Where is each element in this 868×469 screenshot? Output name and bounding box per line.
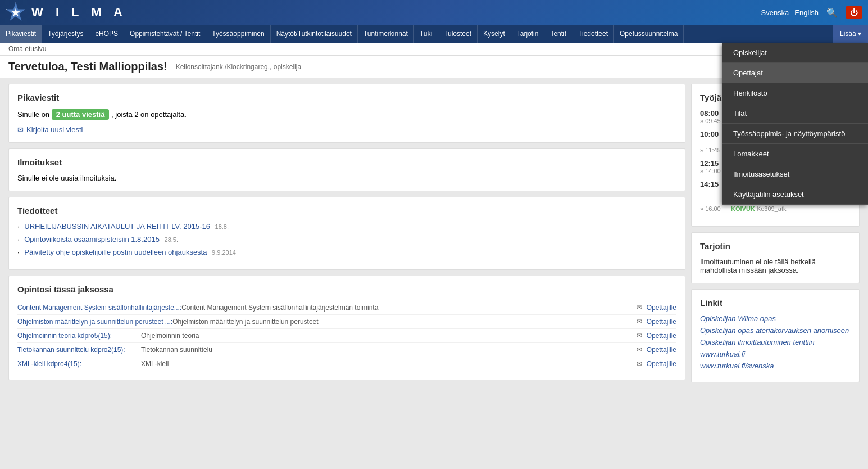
study-link-2[interactable]: Ohjelmiston määrittelyn ja suunnittelun … [17, 318, 172, 326]
nav-pikaviestit[interactable]: Pikaviestit [0, 25, 42, 43]
ilmoitukset-title: Ilmoitukset [17, 157, 676, 167]
dropdown-opettajat[interactable]: Opettajat [722, 63, 868, 83]
tarjotin-card: Tarjotin Ilmoittautuminen ei ole tällä h… [691, 232, 860, 283]
study-teacher-3[interactable]: Opettajille [647, 332, 676, 340]
pikaviestit-card: Pikaviestit Sinulle on 2 uutta viestiä ,… [8, 84, 685, 143]
email-icon: ✉ [637, 346, 642, 354]
table-row: Ohjelmoinnin teoria kdpro5(15): Ohjelmoi… [17, 329, 676, 343]
email-icon: ✉ [637, 304, 642, 312]
nav-lisaa[interactable]: Lisää ▾ [833, 25, 868, 43]
star-icon: ★ [6, 2, 26, 22]
nav-tiedotteet[interactable]: Tiedotteet [572, 25, 614, 43]
linkit-title: Linkit [700, 298, 851, 308]
study-teacher-1[interactable]: Opettajille [647, 304, 676, 312]
link-4[interactable]: www.turkuai.fi [700, 350, 851, 358]
tiedotteet-title: Tiedotteet [17, 206, 676, 215]
message-badge: 2 uutta viestiä [52, 109, 110, 120]
nav-tulosteet[interactable]: Tulosteet [438, 25, 478, 43]
study-link-3[interactable]: Ohjelmoinnin teoria kdpro5(15): [17, 332, 141, 340]
nav-tarjotin[interactable]: Tarjotin [511, 25, 545, 43]
study-teacher-5[interactable]: Opettajille [647, 360, 676, 368]
list-item: Päivitetty ohje opiskelijoille postin uu… [17, 248, 676, 256]
pikaviestit-title: Pikaviestit [17, 93, 676, 102]
table-row: XML-kieli kdpro4(15): XML-kieli ✉ Opetta… [17, 357, 676, 371]
nav-tyojarjestys[interactable]: Työjärjestys [42, 25, 89, 43]
linkit-card: Linkit Opiskelijan Wilma opas Opiskelija… [691, 289, 860, 382]
opinnot-title: Opintosi tässä jaksossa [17, 285, 676, 294]
svenska-link[interactable]: Svenska [761, 8, 789, 17]
nav-kyselyt[interactable]: Kyselyt [478, 25, 511, 43]
link-5[interactable]: www.turkuai.fi/svenska [700, 362, 851, 370]
link-1[interactable]: Opiskelijan Wilma opas [700, 314, 851, 323]
links-list: Opiskelijan Wilma opas Opiskelijan opas … [700, 314, 851, 370]
dropdown-lomakkeet[interactable]: Lomakkeet [722, 144, 868, 164]
study-link-1[interactable]: Content Management System sisällönhallin… [17, 304, 181, 312]
dropdown-menu: Opiskelijat Opettajat Henkilöstö Tilat T… [722, 43, 868, 205]
list-item: URHEILIJABUSSIN AIKATAULUT JA REITIT LV.… [17, 222, 676, 231]
news-link-3[interactable]: Päivitetty ohje opiskelijoille postin uu… [24, 248, 207, 256]
table-row: Content Management System sisällönhallin… [17, 301, 676, 315]
study-teacher-2[interactable]: Opettajille [647, 318, 676, 326]
table-row: Tietokannan suunnittelu kdpro2(15): Tiet… [17, 343, 676, 357]
logo-area: ★ W I L M A [6, 2, 127, 22]
nav-oppimistehtavat[interactable]: Oppimistehtävät / Tentit [124, 25, 206, 43]
dropdown-henkilosto[interactable]: Henkilöstö [722, 83, 868, 103]
nav-naytot[interactable]: Näytöt/Tutkintotilaisuudet [271, 25, 358, 43]
ilmoitukset-text: Sinulle ei ole uusia ilmoituksia. [17, 174, 676, 182]
news-link-2[interactable]: Opintoviikoista osaamispisteisiin 1.8.20… [24, 235, 160, 243]
nav-opetussuunnitelma[interactable]: Opetussuunnitelma [614, 25, 684, 43]
logout-button[interactable]: ⏻ [846, 6, 862, 19]
dropdown-kayttajatilin[interactable]: Käyttäjätilin asetukset [722, 184, 868, 205]
app-title: W I L M A [31, 5, 127, 20]
welcome-subtitle: Kellonsoittajank./Klockringareg., opiske… [176, 63, 301, 71]
nav-tuki[interactable]: Tuki [414, 25, 438, 43]
study-teacher-4[interactable]: Opettajille [647, 346, 676, 354]
write-message-link[interactable]: ✉ Kirjoita uusi viesti [17, 125, 676, 134]
email-icon: ✉ [637, 318, 642, 326]
email-icon: ✉ [637, 360, 642, 368]
koivuk-link[interactable]: KOIVUK [731, 205, 755, 212]
tarjotin-text: Ilmoittautuminen ei ole tällä hetkellä m… [700, 258, 851, 274]
welcome-title: Tervetuloa, Testi Mallioppilas! [8, 60, 167, 73]
english-link[interactable]: English [794, 8, 819, 17]
tarjotin-title: Tarjotin [700, 241, 851, 251]
search-button[interactable]: 🔍 [824, 6, 840, 19]
study-link-4[interactable]: Tietokannan suunnittelu kdpro2(15): [17, 346, 141, 354]
top-header: ★ W I L M A Svenska English 🔍 ⏻ [0, 0, 868, 25]
nav-bar: Pikaviestit Työjärjestys eHOPS Oppimiste… [0, 25, 868, 43]
tiedotteet-card: Tiedotteet URHEILIJABUSSIN AIKATAULUT JA… [8, 197, 685, 270]
link-2[interactable]: Opiskelijan opas ateriakorvauksen anomis… [700, 326, 851, 335]
study-link-5[interactable]: XML-kieli kdpro4(15): [17, 360, 141, 368]
nav-ehops[interactable]: eHOPS [89, 25, 124, 43]
envelope-icon: ✉ [17, 125, 24, 134]
dropdown-tilat[interactable]: Tilat [722, 103, 868, 124]
nav-tyossaoppiminen[interactable]: Työssäoppiminen [206, 25, 270, 43]
pikaviestit-content: Sinulle on 2 uutta viestiä , joista 2 on… [17, 109, 676, 120]
nav-tuntimerkkinnat[interactable]: Tuntimerkinnät [358, 25, 414, 43]
link-3[interactable]: Opiskelijan ilmoittautuminen tenttiin [700, 338, 851, 346]
opinnot-card: Opintosi tässä jaksossa Content Manageme… [8, 276, 685, 380]
table-row: Ohjelmiston määrittelyn ja suunnittelun … [17, 315, 676, 329]
news-link-1[interactable]: URHEILIJABUSSIN AIKATAULUT JA REITIT LV.… [24, 222, 210, 231]
list-item: Opintoviikoista osaamispisteisiin 1.8.20… [17, 235, 676, 243]
dropdown-tyossaoppimis[interactable]: Työssäoppimis- ja näyttöympäristö [722, 124, 868, 144]
nav-tentit[interactable]: Tentit [544, 25, 572, 43]
header-right: Svenska English 🔍 ⏻ [761, 6, 862, 19]
email-icon: ✉ [637, 332, 642, 340]
dropdown-opiskelijat[interactable]: Opiskelijat [722, 43, 868, 63]
ilmoitukset-card: Ilmoitukset Sinulle ei ole uusia ilmoitu… [8, 148, 685, 191]
left-column: Pikaviestit Sinulle on 2 uutta viestiä ,… [8, 84, 685, 382]
dropdown-ilmoitusasetukset[interactable]: Ilmoitusasetukset [722, 164, 868, 184]
